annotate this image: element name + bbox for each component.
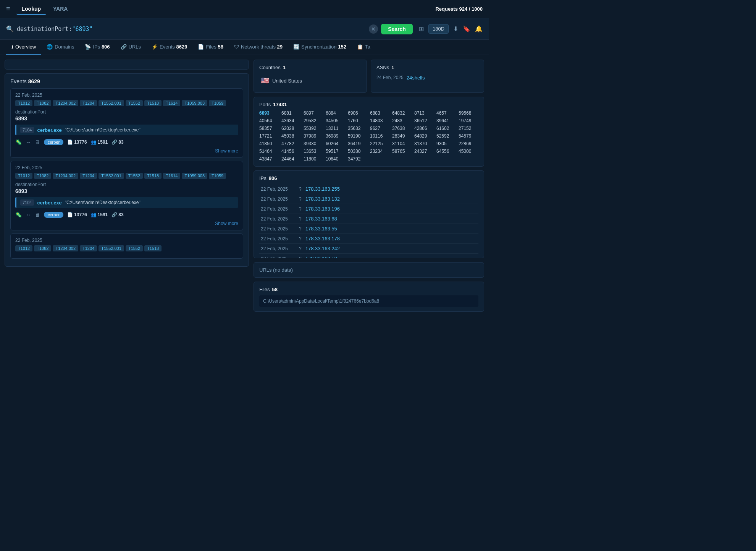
port-number[interactable]: 13211 [326,126,342,131]
port-number[interactable]: 31104 [392,141,409,146]
port-number[interactable]: 8713 [414,110,431,116]
port-number[interactable]: 10116 [370,133,387,139]
hamburger-icon[interactable]: ≡ [6,5,10,13]
tab-synchronization[interactable]: 🔄 Synchronization 152 [288,40,352,55]
host-icon[interactable]: 🖥 [35,139,40,145]
download-icon[interactable]: ⬇ [453,25,458,32]
port-number[interactable]: 2483 [392,118,409,123]
port-number[interactable]: 41850 [259,141,276,146]
port-number[interactable]: 45000 [459,149,475,154]
port-number[interactable]: 36989 [326,133,342,139]
port-number[interactable]: 6883 [370,110,387,116]
port-number[interactable]: 55392 [304,126,320,131]
port-number[interactable]: 52592 [436,133,453,139]
cerber-badge[interactable]: cerber [44,139,63,145]
port-number[interactable]: 10640 [326,156,342,162]
port-number[interactable]: 17721 [259,133,276,139]
port-number[interactable]: 24464 [281,156,298,162]
port-number[interactable]: 37989 [304,133,320,139]
port-number[interactable]: 36512 [414,118,431,123]
malware-icon[interactable]: 🦠 [15,212,22,218]
port-number[interactable]: 11800 [304,156,320,162]
tab-overview[interactable]: ℹ Overview [6,40,41,55]
port-number[interactable]: 60264 [326,141,342,146]
port-number[interactable]: 51464 [259,149,276,154]
port-number[interactable]: 22869 [459,141,475,146]
port-number[interactable]: 4657 [436,110,453,116]
bookmark-icon[interactable]: 🔖 [463,25,470,32]
ip-address[interactable]: 178.33.163.55 [305,226,337,232]
tab-events[interactable]: ⚡ Events 8629 [146,40,192,55]
port-number[interactable]: 6906 [348,110,365,116]
ip-address[interactable]: 178.33.163.68 [305,216,337,222]
port-number[interactable]: 50380 [348,149,365,154]
tab-domains[interactable]: 🌐 Domains [41,40,79,55]
port-number[interactable]: 6897 [304,110,320,116]
port-number[interactable]: 13653 [304,149,320,154]
port-number[interactable]: 28349 [392,133,409,139]
port-number[interactable]: 34792 [348,156,365,162]
tab-network-threats[interactable]: 🛡 Network threats 29 [229,40,288,55]
period-selector[interactable]: 180D [428,24,449,34]
port-number[interactable]: 59517 [326,149,342,154]
port-number[interactable]: 42866 [414,126,431,131]
port-number[interactable]: 9627 [370,126,387,131]
port-number[interactable]: 64556 [436,149,453,154]
ip-address[interactable]: 178.33.163.255 [305,186,340,192]
port-number[interactable]: 6884 [326,110,342,116]
port-number[interactable]: 39641 [436,118,453,123]
port-number[interactable]: 6881 [281,110,298,116]
port-number[interactable]: 58357 [259,126,276,131]
tab-files[interactable]: 📄 Files 58 [192,40,229,55]
ip-address[interactable]: 178.33.163.132 [305,196,340,202]
port-number[interactable]: 34505 [326,118,342,123]
port-number[interactable]: 62028 [281,126,298,131]
clear-button[interactable]: ✕ [369,24,378,34]
cerber-badge[interactable]: cerber [44,212,63,218]
view-toggle-icon[interactable]: ⊞ [419,25,424,32]
port-number[interactable]: 24327 [414,149,431,154]
port-number[interactable]: 47782 [281,141,298,146]
port-number[interactable]: 9305 [436,141,453,146]
connection-icon[interactable]: ↔ [26,212,31,218]
connection-icon[interactable]: ↔ [26,139,31,145]
port-number[interactable]: 22125 [370,141,387,146]
nav-tab-lookup[interactable]: Lookup [16,3,47,15]
port-number[interactable]: 58765 [392,149,409,154]
port-number[interactable]: 35632 [348,126,365,131]
port-number[interactable]: 23234 [370,149,387,154]
port-number[interactable]: 59568 [459,110,475,116]
notification-icon[interactable]: 🔔 [475,25,483,32]
port-number[interactable]: 61602 [436,126,453,131]
port-number[interactable]: 27152 [459,126,475,131]
ip-address[interactable]: 178.33.163.196 [305,206,340,212]
port-number[interactable]: 37638 [392,126,409,131]
port-number[interactable]: 6893 [259,110,276,116]
nav-tab-yara[interactable]: YARA [48,3,73,15]
port-number[interactable]: 19749 [459,118,475,123]
ip-address[interactable]: 178.33.163.242 [305,246,340,251]
port-number[interactable]: 1760 [348,118,365,123]
ip-address[interactable]: 178.33.163.50 [305,256,337,258]
port-number[interactable]: 45038 [281,133,298,139]
port-number[interactable]: 43634 [281,118,298,123]
ip-address[interactable]: 178.33.163.178 [305,236,340,241]
port-number[interactable]: 41456 [281,149,298,154]
port-number[interactable]: 64829 [414,133,431,139]
port-number[interactable]: 31370 [414,141,431,146]
tab-ips[interactable]: 📡 IPs 806 [79,40,115,55]
port-number[interactable]: 54579 [459,133,475,139]
malware-icon[interactable]: 🦠 [15,139,22,145]
show-more-1[interactable]: Show more [15,148,238,154]
show-more-2[interactable]: Show more [15,221,238,226]
tab-urls[interactable]: 🔗 URLs [115,40,147,55]
host-icon[interactable]: 🖥 [35,212,40,218]
port-number[interactable]: 36419 [348,141,365,146]
port-number[interactable]: 39330 [304,141,320,146]
search-button[interactable]: Search [381,24,413,34]
port-number[interactable]: 29582 [304,118,320,123]
port-number[interactable]: 40564 [259,118,276,123]
port-number[interactable]: 64832 [392,110,409,116]
tab-ta[interactable]: 📋 Ta [352,40,376,55]
port-number[interactable]: 59190 [348,133,365,139]
